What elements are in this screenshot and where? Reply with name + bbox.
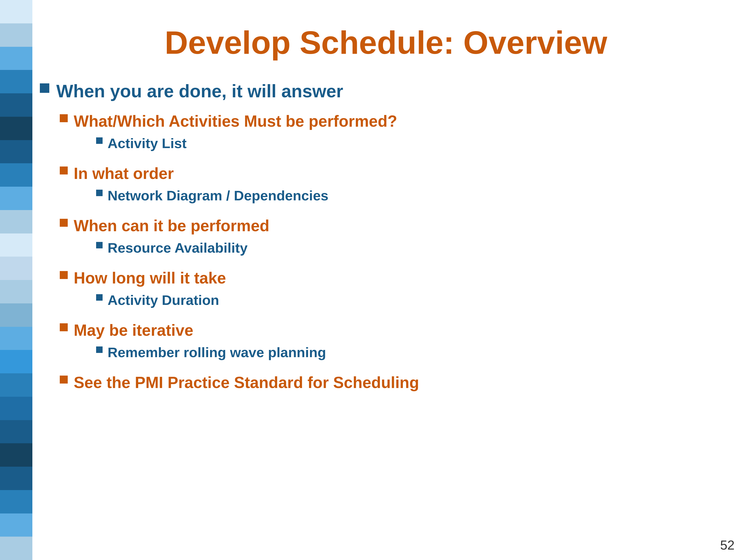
list-item: Activity List <box>96 135 397 152</box>
strip-block <box>0 466 32 490</box>
list-item: When you are done, it will answer <box>40 80 732 102</box>
strip-block <box>0 350 32 373</box>
strip-block <box>0 303 32 327</box>
bullet-marker-l2 <box>60 114 68 122</box>
bullet-text-l1: When you are done, it will answer <box>56 81 343 101</box>
bullet-marker-l3 <box>96 137 103 144</box>
strip-block <box>0 234 32 257</box>
strip-block <box>0 373 32 397</box>
strip-block <box>0 443 32 466</box>
bullet-text-l3: Activity List <box>108 135 186 152</box>
strip-block <box>0 93 32 117</box>
level2-list: What/Which Activities Must be performed?… <box>60 112 732 392</box>
bullet-marker-l3 <box>96 242 103 248</box>
strip-block <box>0 537 32 560</box>
strip-block <box>0 23 32 47</box>
list-item: See the PMI Practice Standard for Schedu… <box>60 373 732 392</box>
list-item: When can it be performed Resource Availa… <box>60 216 732 261</box>
bullet-text-l2: When can it be performed <box>74 217 269 235</box>
level3-list: Resource Availability <box>74 239 269 256</box>
bullet-text-l3: Activity Duration <box>108 292 219 309</box>
list-item: How long will it take Activity Duration <box>60 269 732 313</box>
list-item: Network Diagram / Dependencies <box>96 187 329 204</box>
strip-block <box>0 513 32 537</box>
strip-block <box>0 397 32 420</box>
bullet-marker-l2 <box>60 323 68 331</box>
page-number: 52 <box>720 538 735 553</box>
level3-list: Network Diagram / Dependencies <box>74 187 329 204</box>
list-item: Remember rolling wave planning <box>96 344 326 361</box>
list-item: What/Which Activities Must be performed?… <box>60 112 732 157</box>
bullet-marker-l1 <box>40 83 49 93</box>
bullet-marker-l2 <box>60 376 68 383</box>
strip-block <box>0 47 32 70</box>
strip-block <box>0 187 32 210</box>
bullet-text-l2: In what order <box>74 164 174 182</box>
bullet-text-l3: Network Diagram / Dependencies <box>108 187 329 204</box>
list-item: Resource Availability <box>96 239 269 256</box>
strip-block <box>0 117 32 140</box>
strip-block <box>0 257 32 280</box>
strip-block <box>0 210 32 234</box>
bullet-marker-l2 <box>60 219 68 227</box>
strip-block <box>0 140 32 163</box>
pmi-text: See the PMI Practice Standard for Schedu… <box>74 374 419 392</box>
strip-block <box>0 280 32 303</box>
strip-block <box>0 70 32 93</box>
level3-list: Activity List <box>74 135 397 152</box>
resource-availability-text: Resource Availability <box>108 239 248 256</box>
list-item: May be iterative Remember rolling wave p… <box>60 321 732 366</box>
how-long-text: How long will it take <box>74 269 226 287</box>
level3-list: Remember rolling wave planning <box>74 344 326 361</box>
strip-block <box>0 327 32 350</box>
slide-content: Develop Schedule: Overview When you are … <box>40 15 732 545</box>
main-bullet-list: When you are done, it will answer What/W… <box>40 80 732 392</box>
strip-block <box>0 163 32 187</box>
bullet-marker-l3 <box>96 190 103 196</box>
list-item: What/Which Activities Must be performed?… <box>40 112 732 392</box>
list-item: Activity Duration <box>96 292 226 309</box>
strip-block <box>0 0 32 23</box>
list-item: In what order Network Diagram / Dependen… <box>60 164 732 209</box>
strip-block <box>0 420 32 444</box>
left-decorative-strip <box>0 0 32 560</box>
bullet-marker-l2 <box>60 166 68 175</box>
bullet-text-l2: May be iterative <box>74 321 193 339</box>
bullet-text-l3: Remember rolling wave planning <box>108 344 326 361</box>
strip-block <box>0 490 32 513</box>
bullet-text-l2: What/Which Activities Must be performed? <box>74 112 397 130</box>
bullet-marker-l3 <box>96 294 103 301</box>
slide-title: Develop Schedule: Overview <box>40 25 732 60</box>
bullet-marker-l2 <box>60 271 68 279</box>
bullet-marker-l3 <box>96 346 103 353</box>
level3-list: Activity Duration <box>74 292 226 309</box>
